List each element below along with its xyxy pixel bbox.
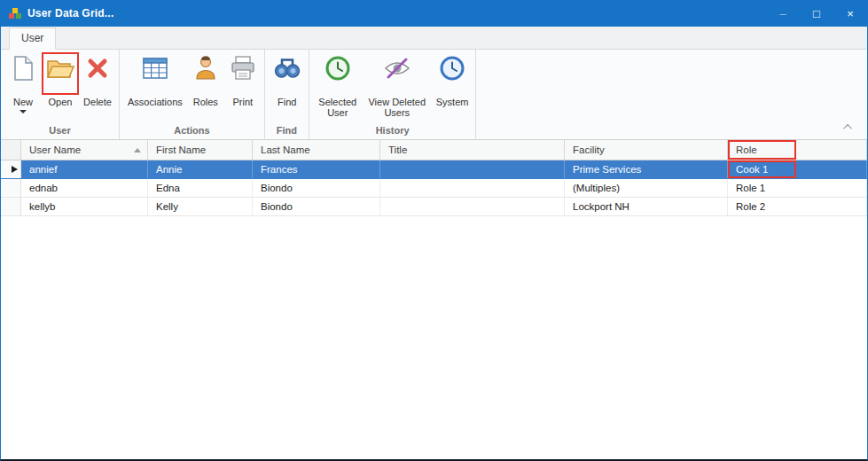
cell-role-value: Cook 1 bbox=[736, 164, 768, 175]
cell-role[interactable]: Role 1 bbox=[728, 179, 867, 197]
ribbon-group-actions-buttons: Associations Roles bbox=[120, 50, 264, 123]
cell-title[interactable] bbox=[380, 198, 565, 215]
current-row-arrow-icon bbox=[12, 166, 18, 173]
cell-title[interactable] bbox=[380, 179, 565, 197]
title-bar: User Data Grid... – □ × bbox=[1, 0, 867, 27]
cell-user-name[interactable]: kellyb bbox=[21, 198, 148, 215]
row-indicator-cell bbox=[1, 160, 21, 178]
ribbon-empty-area bbox=[476, 50, 867, 139]
column-header-label: User Name bbox=[29, 145, 81, 155]
cell-facility[interactable]: (Multiples) bbox=[565, 179, 728, 197]
dropdown-caret-icon[interactable] bbox=[20, 110, 27, 113]
ribbon: New Open Delete U bbox=[1, 50, 867, 140]
ribbon-group-caption-find: Find bbox=[265, 123, 309, 139]
cell-title[interactable] bbox=[380, 160, 565, 178]
minimize-button[interactable]: – bbox=[766, 0, 800, 27]
ribbon-group-find-buttons: Find bbox=[265, 50, 309, 123]
maximize-button[interactable]: □ bbox=[800, 0, 833, 27]
ribbon-button-label: Find bbox=[278, 97, 296, 107]
associations-table-icon bbox=[141, 54, 169, 82]
eye-slash-icon bbox=[383, 54, 411, 82]
ribbon-group-caption-user: User bbox=[1, 123, 119, 139]
ribbon-button-label: System bbox=[436, 97, 469, 107]
window-controls: – □ × bbox=[766, 0, 867, 27]
cell-last-name[interactable]: Biondo bbox=[253, 179, 380, 197]
column-header-first-name[interactable]: First Name bbox=[148, 140, 253, 160]
tab-user[interactable]: User bbox=[9, 27, 56, 50]
app-window: User Data Grid... – □ × User New bbox=[0, 0, 868, 461]
ribbon-group-find: Find Find bbox=[265, 50, 309, 139]
ribbon-group-history-buttons: Selected User View Deleted Users Sy bbox=[309, 50, 476, 123]
history-clock-green-icon bbox=[324, 54, 352, 82]
app-icon bbox=[8, 6, 22, 20]
ribbon-group-user-buttons: New Open Delete bbox=[1, 50, 119, 123]
system-button[interactable]: System bbox=[432, 52, 473, 107]
cell-user-name[interactable]: ednab bbox=[21, 179, 148, 197]
table-row[interactable]: annief Annie Frances Prime Services Cook… bbox=[1, 160, 867, 179]
column-header-label: Title bbox=[388, 145, 407, 155]
column-header-label: First Name bbox=[156, 145, 206, 155]
column-header-label: Role bbox=[736, 145, 757, 155]
ribbon-button-label: Associations bbox=[128, 97, 183, 107]
grid-empty-area bbox=[1, 216, 867, 459]
cell-facility[interactable]: Lockport NH bbox=[565, 198, 728, 215]
row-indicator-cell bbox=[1, 198, 21, 215]
roles-button[interactable]: Roles bbox=[187, 52, 224, 107]
binoculars-icon bbox=[273, 54, 301, 82]
ribbon-group-user: New Open Delete U bbox=[1, 50, 120, 139]
ribbon-button-label: Roles bbox=[193, 97, 218, 107]
ribbon-tab-strip: User bbox=[1, 27, 867, 50]
system-clock-blue-icon bbox=[438, 54, 466, 82]
column-header-user-name[interactable]: User Name bbox=[21, 140, 148, 160]
print-button[interactable]: Print bbox=[224, 52, 262, 107]
column-header-role[interactable]: Role bbox=[728, 140, 867, 160]
ribbon-button-label: Print bbox=[232, 97, 253, 107]
cell-role[interactable]: Cook 1 bbox=[728, 160, 867, 178]
ribbon-group-history: Selected User View Deleted Users Sy bbox=[309, 50, 477, 139]
ribbon-button-label: Delete bbox=[83, 97, 112, 107]
delete-button[interactable]: Delete bbox=[79, 52, 116, 107]
cell-first-name[interactable]: Kelly bbox=[148, 198, 253, 215]
cell-last-name[interactable]: Frances bbox=[253, 160, 380, 178]
table-row[interactable]: ednab Edna Biondo (Multiples) Role 1 bbox=[1, 179, 867, 198]
new-button[interactable]: New bbox=[4, 52, 42, 113]
ribbon-button-label: Open bbox=[49, 97, 73, 107]
close-button[interactable]: × bbox=[833, 0, 867, 27]
open-button[interactable]: Open bbox=[42, 52, 79, 107]
delete-icon bbox=[83, 54, 112, 82]
cell-user-name[interactable]: annief bbox=[21, 160, 148, 178]
column-header-facility[interactable]: Facility bbox=[565, 140, 728, 160]
table-row[interactable]: kellyb Kelly Biondo Lockport NH Role 2 bbox=[1, 198, 867, 216]
column-header-label: Last Name bbox=[261, 145, 310, 155]
ribbon-button-label: Selected User bbox=[317, 97, 358, 118]
ribbon-group-caption-actions: Actions bbox=[120, 123, 264, 139]
printer-icon bbox=[229, 54, 257, 82]
window-title: User Data Grid... bbox=[27, 7, 113, 20]
new-document-icon bbox=[9, 54, 37, 82]
ribbon-button-label: New bbox=[13, 97, 33, 107]
ribbon-button-label: View Deleted Users bbox=[367, 97, 427, 118]
chevron-up-icon bbox=[843, 123, 852, 132]
cell-facility[interactable]: Prime Services bbox=[565, 160, 728, 178]
find-button[interactable]: Find bbox=[269, 52, 306, 107]
column-header-last-name[interactable]: Last Name bbox=[253, 140, 380, 160]
cell-first-name[interactable]: Annie bbox=[148, 160, 253, 178]
grid-header-corner bbox=[1, 140, 21, 160]
cell-role[interactable]: Role 2 bbox=[728, 198, 867, 215]
view-deleted-users-button[interactable]: View Deleted Users bbox=[363, 52, 432, 118]
ribbon-collapse-button[interactable] bbox=[842, 121, 855, 132]
cell-first-name[interactable]: Edna bbox=[148, 179, 253, 197]
ribbon-group-caption-history: History bbox=[309, 123, 476, 139]
sort-ascending-icon bbox=[134, 148, 141, 152]
grid-header: User Name First Name Last Name Title Fac… bbox=[1, 140, 867, 160]
cell-last-name[interactable]: Biondo bbox=[253, 198, 380, 215]
column-header-title[interactable]: Title bbox=[380, 140, 565, 160]
roles-person-icon bbox=[192, 54, 220, 82]
open-folder-icon bbox=[46, 54, 74, 82]
column-header-label: Facility bbox=[573, 145, 605, 155]
selected-user-button[interactable]: Selected User bbox=[313, 52, 363, 118]
ribbon-group-actions: Associations Roles bbox=[120, 50, 265, 139]
row-indicator-cell bbox=[1, 179, 21, 197]
associations-button[interactable]: Associations bbox=[123, 52, 187, 107]
